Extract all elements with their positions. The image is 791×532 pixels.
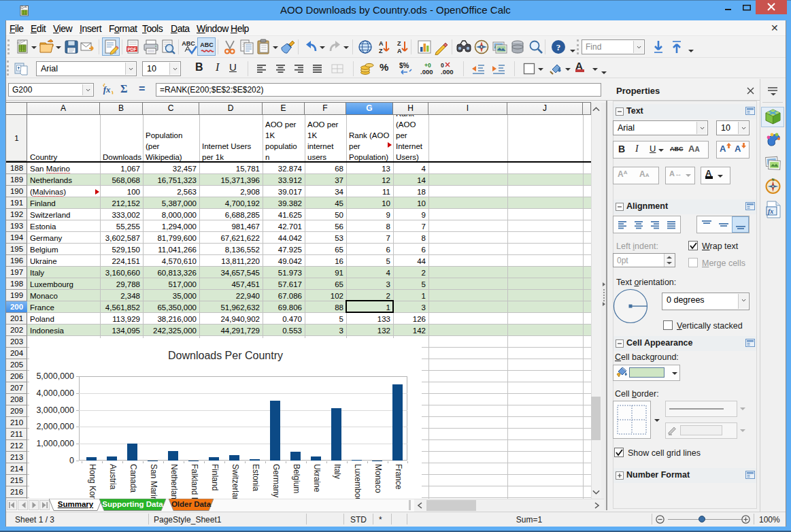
svg-text:.000: .000 bbox=[441, 68, 454, 76]
svg-text:PDF: PDF bbox=[128, 47, 137, 52]
svg-text:ABC: ABC bbox=[200, 41, 214, 48]
svg-text:ABC: ABC bbox=[182, 40, 195, 47]
svg-text:Z: Z bbox=[379, 48, 383, 54]
svg-text:N: N bbox=[772, 178, 775, 182]
svg-text:.000: .000 bbox=[420, 68, 433, 76]
svg-text:A: A bbox=[379, 40, 384, 47]
svg-text:fx: fx bbox=[768, 207, 773, 215]
svg-text:?: ? bbox=[556, 42, 561, 52]
svg-text:Z: Z bbox=[397, 40, 401, 47]
svg-text:$%: $% bbox=[399, 62, 409, 69]
svg-text:A: A bbox=[397, 48, 402, 54]
